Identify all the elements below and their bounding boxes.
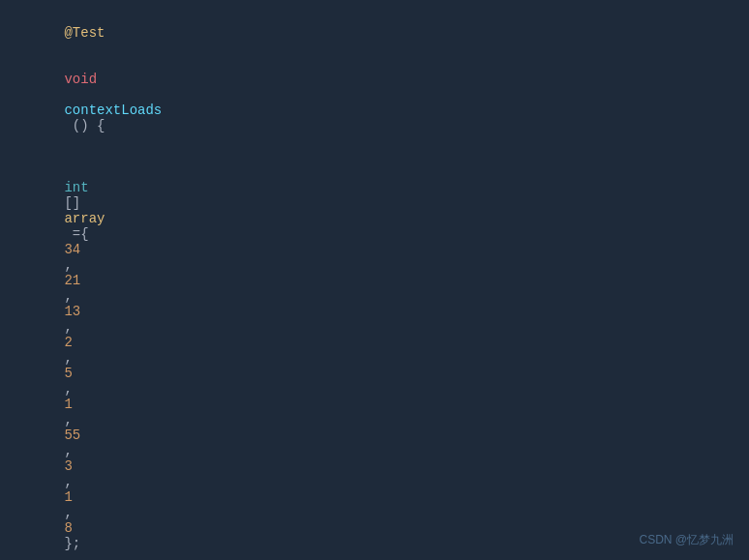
punct-token: , — [64, 350, 72, 366]
num-token: 2 — [64, 335, 72, 350]
punct-token: , — [64, 319, 72, 335]
num-token: 8 — [64, 520, 72, 536]
punct-token: , — [64, 412, 72, 427]
punct-token: , — [64, 505, 72, 520]
punct-token: , — [64, 474, 72, 489]
punct-token: , — [64, 443, 72, 458]
num-token: 5 — [64, 366, 72, 381]
type-token: int — [64, 180, 88, 195]
num-token: 1 — [64, 397, 72, 412]
code-line: void contextLoads () { — [0, 56, 749, 149]
num-token: 34 — [64, 242, 80, 257]
num-token: 55 — [64, 427, 80, 443]
code-line: @Test — [0, 10, 749, 56]
function-token: contextLoads — [64, 103, 162, 118]
annotation-token: @Test — [64, 25, 105, 41]
indent — [64, 164, 97, 180]
punct-token: () { — [64, 118, 105, 133]
punct-token: }; — [64, 536, 80, 551]
var-token: array — [64, 211, 105, 226]
watermark: CSDN @忆梦九洲 — [639, 532, 734, 548]
punct-token: , — [64, 381, 72, 397]
punct-token: [] — [64, 195, 88, 211]
num-token: 3 — [64, 458, 72, 474]
code-editor: @Test void contextLoads () { int [] arra… — [0, 0, 749, 560]
punct-token: , — [64, 288, 72, 304]
num-token: 1 — [64, 489, 72, 505]
num-token: 21 — [64, 273, 80, 288]
num-token: 13 — [64, 304, 80, 319]
keyword-token: void — [64, 72, 97, 87]
punct-token: ={ — [64, 226, 88, 242]
punct-token: , — [64, 257, 72, 273]
code-line: int [] array ={ 34 , 21 , 13 , 2 , 5 , 1… — [0, 149, 749, 560]
text-token — [64, 87, 72, 103]
